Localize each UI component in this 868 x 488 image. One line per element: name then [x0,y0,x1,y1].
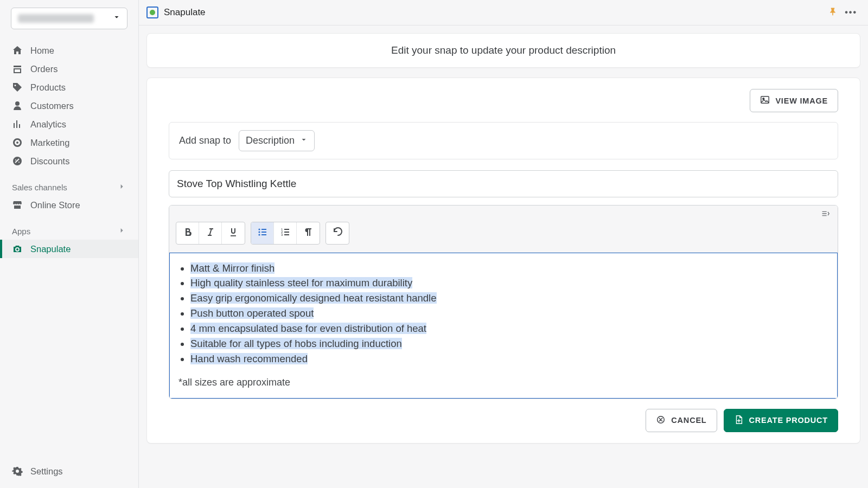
nav-label: Marketing [30,138,69,148]
underline-button[interactable] [222,222,245,244]
orders-icon [12,63,23,74]
nav-label: Settings [30,466,63,477]
undo-icon [332,227,343,240]
svg-point-6 [258,234,260,235]
bullet-list-icon [257,227,268,240]
analytics-icon [12,119,23,130]
svg-rect-11 [284,232,289,233]
more-icon[interactable]: ••• [845,8,857,17]
svg-rect-3 [261,229,266,230]
select-value: Description [246,135,295,146]
nav-label: Online Store [30,200,80,210]
product-title-input[interactable] [169,170,838,197]
camera-icon [12,243,23,254]
app-title: Snapulate [164,7,206,18]
image-icon [760,95,770,106]
nav-products[interactable]: Products [0,78,138,97]
discounts-icon [12,156,23,166]
list-item: Easy grip ergonomically designed heat re… [190,291,828,306]
description-footnote: *all sizes are approximate [178,377,828,388]
action-row: CANCEL CREATE PRODUCT [169,409,838,432]
nav-label: Home [30,46,54,56]
store-selector[interactable] [11,8,127,29]
instruction-banner: Edit your snap to update your product de… [146,33,860,68]
list-item: Push button operated spout [190,306,828,322]
nav-label: Snapulate [30,244,71,254]
document-add-icon [734,415,744,426]
chevron-down-icon [300,135,308,146]
list-item: Suitable for all types of hobs including… [190,337,828,352]
add-snap-row: Add snap to Description [169,122,838,159]
nav-marketing[interactable]: Marketing [0,133,138,152]
section-sales-channels[interactable]: Sales channels [0,178,138,196]
chevron-right-icon [118,226,126,236]
underline-icon [228,227,239,240]
nav-online-store[interactable]: Online Store [0,196,138,214]
view-image-button[interactable]: VIEW IMAGE [750,89,838,112]
main: Snapulate ••• Edit your snap to update y… [139,0,868,488]
undo-button[interactable] [326,222,349,244]
bold-icon [182,227,193,240]
svg-point-2 [258,228,260,230]
marketing-icon [12,137,23,148]
svg-rect-9 [284,229,289,230]
person-icon [12,100,23,111]
numbered-list-button[interactable]: 123 [274,222,297,244]
bold-button[interactable] [176,222,199,244]
store-icon [12,200,23,210]
svg-rect-0 [761,97,769,104]
nav-label: Customers [30,101,74,111]
italic-button[interactable] [199,222,222,244]
nav-discounts[interactable]: Discounts [0,152,138,170]
section-label: Sales channels [12,183,67,192]
nav-customers[interactable]: Customers [0,97,138,115]
list-item: Hand wash recommended [190,352,828,367]
home-icon [12,45,23,56]
bullet-list-button[interactable] [251,222,274,244]
nav-label: Products [30,82,66,93]
list-item: High quality stainless steel for maximum… [190,276,828,291]
store-name-blurred [18,14,94,23]
nav-label: Discounts [30,156,69,166]
sidebar: Home Orders Products Customers Analytics… [0,0,139,488]
tag-icon [12,82,23,93]
list-item: Matt & Mirror finish [190,261,828,276]
topbar: Snapulate ••• [139,0,868,25]
nav-orders[interactable]: Orders [0,60,138,78]
list-item: 4 mm encapsulated base for even distribu… [190,322,828,337]
paragraph-button[interactable] [297,222,320,244]
nav-label: Analytics [30,119,66,130]
svg-rect-5 [261,232,266,233]
add-snap-label: Add snap to [179,135,231,146]
app-logo-icon [146,7,158,18]
gear-icon [12,466,23,477]
italic-icon [205,227,216,240]
chevron-right-icon [118,182,126,192]
nav-home[interactable]: Home [0,41,138,60]
undo-group [326,222,349,245]
section-apps[interactable]: Apps [0,222,138,240]
create-product-button[interactable]: CREATE PRODUCT [724,409,838,432]
editor-card: VIEW IMAGE Add snap to Description [146,78,860,444]
rte-content[interactable]: Matt & Mirror finish High quality stainl… [169,252,838,399]
banner-text: Edit your snap to update your product de… [391,44,616,56]
pin-icon[interactable] [828,7,837,18]
cancel-icon [656,415,666,426]
numbered-list-icon: 123 [280,227,291,240]
add-snap-select[interactable]: Description [239,130,315,151]
toolbar-collapse-icon[interactable] [820,209,830,221]
cancel-button[interactable]: CANCEL [646,409,717,432]
svg-point-4 [258,231,260,233]
chevron-down-icon [113,14,120,23]
rte-toolbar: 123 [169,206,838,253]
button-label: CANCEL [671,416,706,425]
rich-text-editor: 123 Matt & Mirror finish [169,205,838,399]
list-group: 123 [251,222,320,245]
nav-settings[interactable]: Settings [0,462,138,480]
nav-analytics[interactable]: Analytics [0,115,138,133]
nav-app-snapulate[interactable]: Snapulate [0,240,138,258]
format-group [176,222,245,245]
button-label: VIEW IMAGE [775,97,828,105]
description-list: Matt & Mirror finish High quality stainl… [178,261,828,367]
nav-label: Orders [30,64,58,74]
